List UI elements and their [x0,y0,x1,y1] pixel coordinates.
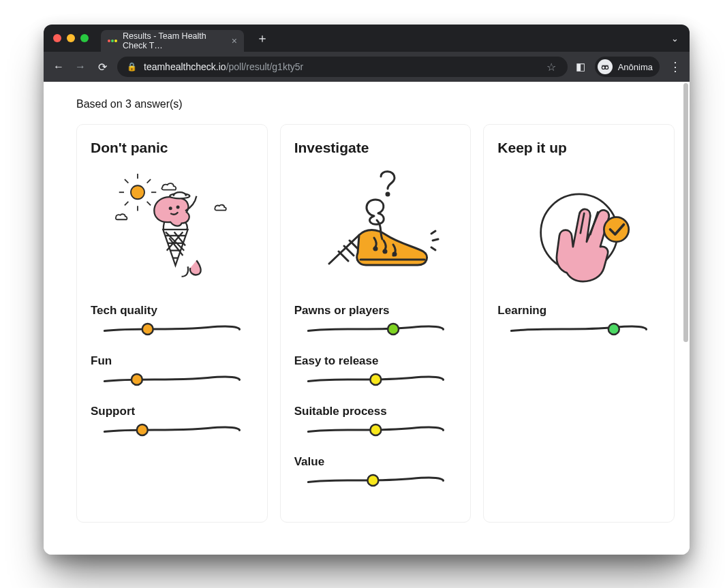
result-columns: Don't panic [76,124,675,523]
svg-point-13 [177,206,179,208]
svg-point-27 [608,324,619,335]
metric-slider [294,422,457,437]
metric-row: Fun [91,354,253,387]
svg-line-8 [147,179,151,183]
metric-slider [294,473,457,488]
reload-button[interactable]: ⟳ [95,61,109,74]
bookmark-icon[interactable]: ☆ [544,61,558,74]
svg-point-26 [604,217,628,242]
url-path: /poll/result/g1kty5r [226,61,304,72]
illustration-tripping-shoe [294,168,457,288]
scrollbar[interactable] [681,83,688,553]
svg-point-15 [132,374,142,385]
metric-label: Fun [91,354,253,368]
illustration-peace-hand [497,168,660,288]
metric-row: Tech quality [91,304,253,337]
browser-tab[interactable]: Results - Team Health Check T… × [101,30,244,52]
column-title: Don't panic [91,140,253,156]
profile-chip[interactable]: Anônima [595,57,660,77]
metric-label: Value [294,455,457,469]
metric-label: Tech quality [91,304,253,318]
metric-row: Support [91,405,253,437]
metric-row: Suitable process [294,405,457,437]
tab-title: Results - Team Health Check T… [123,31,223,50]
metric-label: Support [91,405,253,418]
omnibox[interactable]: 🔒 teamhealthcheck.io/poll/result/g1kty5r… [117,57,568,77]
metric-slider [497,322,660,337]
svg-point-17 [386,193,389,196]
address-bar: ← → ⟳ 🔒 teamhealthcheck.io/poll/result/g… [44,52,690,82]
lock-icon: 🔒 [127,62,137,72]
browser-window: Results - Team Health Check T… × ＋ ⌄ ← →… [44,25,690,555]
incognito-icon [598,59,613,74]
svg-point-14 [142,324,153,335]
svg-point-21 [388,324,399,335]
svg-point-23 [370,424,381,435]
metric-row: Value [294,455,457,488]
close-window-button[interactable] [53,34,61,42]
metric-slider [91,372,253,387]
new-tab-button[interactable]: ＋ [253,29,271,47]
summary-line: Based on 3 answer(s) [76,98,675,110]
metric-label: Suitable process [294,405,457,418]
back-button[interactable]: ← [52,61,65,73]
column-keep-it-up: Keep it up [483,124,675,523]
svg-point-16 [137,424,148,435]
column-title: Keep it up [497,140,660,156]
metric-slider [294,322,457,337]
svg-point-20 [393,253,396,256]
metric-row: Learning [497,304,660,337]
page-content: Based on 3 answer(s) Don't panic [44,82,690,523]
svg-point-22 [370,374,381,385]
profile-label: Anônima [618,62,653,72]
svg-line-10 [147,202,151,205]
svg-point-18 [374,247,377,250]
forward-button[interactable]: → [74,61,87,73]
tab-strip: Results - Team Health Check T… × ＋ ⌄ [44,25,690,52]
page-viewport: Based on 3 answer(s) Don't panic [44,82,690,555]
scrollbar-thumb[interactable] [683,83,688,342]
metric-label: Pawns or players [294,304,457,318]
maximize-window-button[interactable] [80,34,89,42]
minimize-window-button[interactable] [67,34,75,42]
tab-overflow-button[interactable]: ⌄ [671,33,679,44]
illustration-melting-ice-cream [91,168,253,288]
svg-point-0 [602,66,605,69]
metric-row: Pawns or players [294,304,457,337]
browser-menu-button[interactable]: ⋮ [669,59,681,74]
metric-slider [294,372,457,387]
column-title: Investigate [294,140,457,156]
url-host: teamhealthcheck.io [144,61,226,72]
column-investigate: Investigate [280,124,472,523]
svg-line-9 [125,202,128,205]
window-controls[interactable] [53,34,89,42]
metric-row: Easy to release [294,354,457,387]
svg-point-2 [131,185,144,199]
metric-slider [91,322,253,337]
column-dont-panic: Don't panic [76,124,268,523]
svg-line-7 [125,179,128,183]
svg-point-12 [170,208,172,210]
svg-point-19 [384,250,386,253]
metric-label: Learning [497,304,660,318]
url: teamhealthcheck.io/poll/result/g1kty5r [144,61,303,72]
close-tab-icon[interactable]: × [232,36,237,46]
metric-slider [91,422,253,437]
svg-point-24 [367,475,378,486]
favicon-icon [108,40,117,42]
metric-label: Easy to release [294,354,457,368]
panel-icon[interactable]: ◧ [576,61,585,73]
svg-point-1 [605,66,608,69]
